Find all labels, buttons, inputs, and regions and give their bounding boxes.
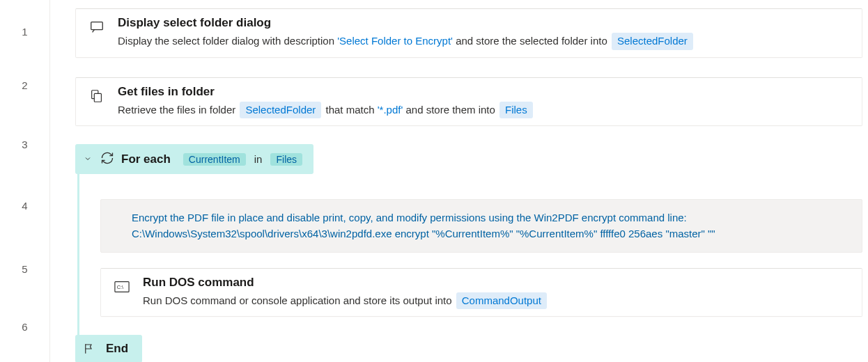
loop-title: For each (121, 152, 171, 166)
line-number-gutter: 1 2 3 4 5 6 (0, 0, 50, 362)
loop-in-word: in (254, 153, 263, 165)
line-number: 2 (0, 54, 49, 116)
step-title: Get files in folder (118, 85, 849, 99)
action-get-files-in-folder[interactable]: Get files in folder Retrieve the files i… (75, 77, 862, 127)
end-flag-icon (82, 342, 96, 356)
step-description: Display the select folder dialog with de… (118, 33, 849, 50)
comment-block[interactable]: Encrypt the PDF file in place and disabl… (100, 199, 862, 253)
step-description: Run DOS command or console application a… (143, 292, 849, 310)
step-title: Display select folder dialog (118, 16, 849, 30)
variable-token[interactable]: CurrentItem (183, 153, 246, 166)
variable-token[interactable]: CommandOutput (456, 292, 547, 310)
step-description: Retrieve the files in folder SelectedFol… (118, 102, 849, 119)
line-number: 6 (0, 299, 49, 354)
step-title: Run DOS command (143, 276, 849, 290)
svg-rect-2 (94, 93, 101, 102)
dialog-icon (88, 19, 105, 36)
line-number: 5 (0, 238, 49, 299)
folder-files-icon (88, 88, 105, 104)
loop-rail (77, 165, 79, 345)
comment-line: Encrypt the PDF file in place and disabl… (132, 210, 851, 226)
string-literal: '*.pdf' (378, 104, 403, 116)
action-display-folder-dialog[interactable]: Display select folder dialog Display the… (75, 8, 862, 58)
line-number: 3 (0, 116, 49, 173)
loop-end[interactable]: End (75, 335, 142, 362)
variable-token[interactable]: SelectedFolder (612, 33, 693, 50)
loop-icon (100, 151, 114, 167)
line-number: 1 (0, 8, 49, 54)
svg-text:C:\: C:\ (117, 283, 124, 290)
svg-rect-0 (91, 22, 103, 30)
variable-token[interactable]: Files (270, 153, 302, 166)
action-run-dos-command[interactable]: C:\ Run DOS command Run DOS command or c… (100, 268, 862, 317)
comment-line: C:\Windows\System32\spool\drivers\x64\3\… (132, 226, 851, 242)
for-each-header[interactable]: For each CurrentItem in Files (75, 144, 313, 174)
loop-end-label: End (106, 342, 128, 356)
chevron-down-icon[interactable] (82, 154, 93, 165)
variable-token[interactable]: Files (499, 102, 533, 119)
line-number: 4 (0, 173, 49, 238)
variable-token[interactable]: SelectedFolder (240, 102, 321, 119)
string-literal: 'Select Folder to Encrypt' (337, 35, 453, 47)
command-prompt-icon: C:\ (114, 278, 130, 295)
for-each-block: For each CurrentItem in Files Encrypt th… (75, 144, 862, 362)
